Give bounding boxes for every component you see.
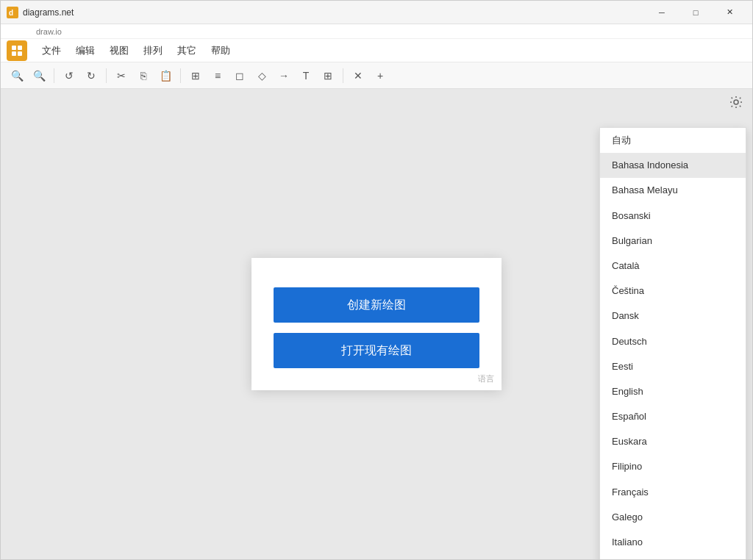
app-icon <box>7 40 27 61</box>
main-window: d diagrams.net ─ □ ✕ draw.io 文件 编辑 视图 排列… <box>0 0 753 560</box>
language-label: 语言 <box>478 374 494 383</box>
toolbar-delete[interactable]: ✕ <box>348 65 368 86</box>
toolbar-shape-diamond[interactable]: ◇ <box>251 65 272 86</box>
toolbar: 🔍 🔍 ↺ ↻ ✂ ⎘ 📋 ⊞ ≡ ◻ ◇ → T ⊞ ✕ + <box>1 62 752 89</box>
menu-arrange[interactable]: 排列 <box>138 41 168 60</box>
welcome-dialog: 创建新绘图 打开现有绘图 语言 <box>251 258 502 390</box>
toolbar-cut[interactable]: ✂ <box>111 65 132 86</box>
lang-cs[interactable]: Čeština <box>600 279 746 304</box>
minimize-button[interactable]: ─ <box>645 1 679 24</box>
menu-help[interactable]: 帮助 <box>205 41 236 60</box>
title-bar: d diagrams.net ─ □ ✕ <box>1 1 752 24</box>
lang-id[interactable]: Bahasa Indonesia <box>600 153 746 178</box>
toolbar-copy[interactable]: ⎘ <box>133 65 154 86</box>
create-diagram-button[interactable]: 创建新绘图 <box>274 287 479 323</box>
lang-da[interactable]: Dansk <box>600 304 746 329</box>
toolbar-redo[interactable]: ↻ <box>81 65 101 86</box>
lang-auto[interactable]: 自动 <box>600 128 746 153</box>
toolbar-paste[interactable]: 📋 <box>155 65 176 86</box>
toolbar-table[interactable]: ⊞ <box>318 65 338 86</box>
toolbar-undo[interactable]: ↺ <box>59 65 79 86</box>
toolbar-zoom-out[interactable]: 🔍 <box>29 65 49 86</box>
title-bar-text: diagrams.net <box>23 7 645 18</box>
window-controls: ─ □ ✕ <box>645 1 746 24</box>
lang-it[interactable]: Italiano <box>600 530 746 555</box>
lang-bg[interactable]: Bulgarian <box>600 229 746 254</box>
lang-gl[interactable]: Galego <box>600 505 746 530</box>
dialog-footer: 语言 <box>478 373 494 384</box>
menu-view[interactable]: 视图 <box>104 41 135 60</box>
lang-et[interactable]: Eesti <box>600 354 746 379</box>
toolbar-sep-3 <box>180 68 181 83</box>
lang-eu[interactable]: Euskara <box>600 429 746 454</box>
lang-de[interactable]: Deutsch <box>600 329 746 354</box>
toolbar-text[interactable]: T <box>296 65 316 86</box>
menu-other[interactable]: 其它 <box>171 41 202 60</box>
toolbar-zoom-in[interactable]: 🔍 <box>7 65 27 86</box>
svg-rect-5 <box>12 51 16 56</box>
language-dropdown[interactable]: 自动 Bahasa Indonesia Bahasa Melayu Bosans… <box>599 127 746 559</box>
app-title-icon: d <box>7 7 18 18</box>
app-subtitle: draw.io <box>36 27 62 36</box>
svg-rect-6 <box>18 51 22 56</box>
svg-text:d: d <box>9 9 13 17</box>
lang-es[interactable]: Español <box>600 404 746 429</box>
lang-hu[interactable]: Magyar <box>600 555 746 559</box>
toolbar-sep-1 <box>54 68 54 83</box>
menu-file[interactable]: 文件 <box>36 41 67 60</box>
svg-rect-3 <box>12 46 16 50</box>
menu-bar: 文件 编辑 视图 排列 其它 帮助 <box>1 39 752 62</box>
lang-en[interactable]: English <box>600 379 746 404</box>
toolbar-sep-2 <box>106 68 107 83</box>
toolbar-fit[interactable]: ⊞ <box>185 65 206 86</box>
menu-edit[interactable]: 编辑 <box>70 41 101 60</box>
main-area: 创建新绘图 打开现有绘图 语言 自动 Bahasa Indonesia Baha… <box>1 89 752 559</box>
lang-fr[interactable]: Français <box>600 480 746 505</box>
lang-ms[interactable]: Bahasa Melayu <box>600 178 746 203</box>
close-button[interactable]: ✕ <box>713 1 746 24</box>
maximize-button[interactable]: □ <box>679 1 713 24</box>
toolbar-connector[interactable]: → <box>274 65 294 86</box>
svg-rect-4 <box>18 46 22 50</box>
toolbar-sep-4 <box>343 68 343 83</box>
toolbar-add[interactable]: + <box>370 65 390 86</box>
lang-fil[interactable]: Filipino <box>600 454 746 479</box>
open-diagram-button[interactable]: 打开现有绘图 <box>274 333 479 368</box>
lang-ca[interactable]: Català <box>600 254 746 279</box>
lang-bs[interactable]: Bosanski <box>600 204 746 229</box>
toolbar-shape-rect[interactable]: ◻ <box>229 65 250 86</box>
toolbar-align[interactable]: ≡ <box>207 65 228 86</box>
